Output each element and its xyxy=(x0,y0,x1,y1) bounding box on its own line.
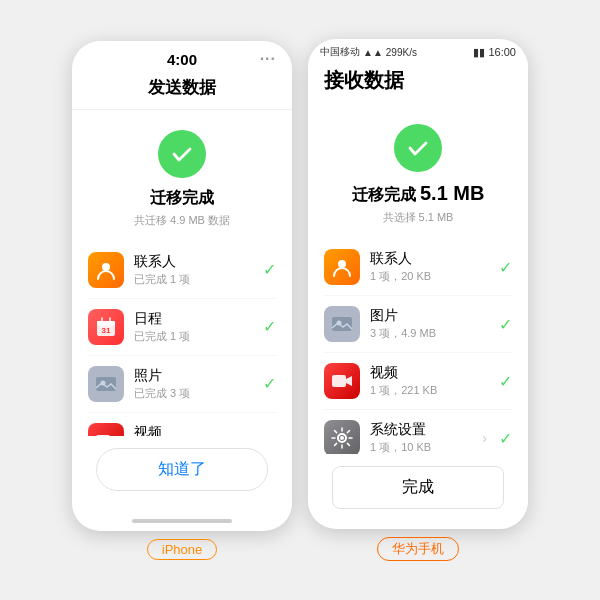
video-count: 1 项，221 KB xyxy=(370,383,489,398)
iphone-bottom-section: 知道了 xyxy=(72,436,292,511)
done-button[interactable]: 完成 xyxy=(332,466,504,509)
photos-check-icon: ✓ xyxy=(499,315,512,334)
video-name: 视频 xyxy=(134,424,253,436)
list-item: 系统设置 1 项，10 KB › ✓ xyxy=(324,410,512,454)
contacts-info: 联系人 1 项，20 KB xyxy=(370,250,489,284)
calendar-name: 日程 xyxy=(134,310,253,328)
know-button[interactable]: 知道了 xyxy=(96,448,268,491)
contacts-icon xyxy=(324,249,360,285)
huawei-status-left: 中国移动 ▲▲ 299K/s xyxy=(320,45,417,59)
settings-info: 系统设置 1 项，10 KB xyxy=(370,421,472,454)
video-info: 视频 1 项，221 KB xyxy=(370,364,489,398)
huawei-status-bar: 中国移动 ▲▲ 299K/s ▮▮ 16:00 xyxy=(308,39,528,63)
huawei-success-section: 迁移完成 5.1 MB 共选择 5.1 MB xyxy=(308,104,528,239)
huawei-success-size: 5.1 MB xyxy=(420,182,484,204)
contacts-name: 联系人 xyxy=(370,250,489,268)
contacts-count: 1 项，20 KB xyxy=(370,269,489,284)
iphone-label: iPhone xyxy=(147,539,217,560)
contacts-icon xyxy=(88,252,124,288)
wifi-icon: ▲▲ xyxy=(363,47,383,58)
iphone-time: 4:00 xyxy=(167,51,197,68)
video-icon xyxy=(88,423,124,436)
iphone-items-list: 联系人 已完成 1 项 ✓ 31 日程 xyxy=(72,242,292,436)
settings-count: 1 项，10 KB xyxy=(370,440,472,454)
list-item: 31 日程 已完成 1 项 ✓ xyxy=(88,299,276,356)
huawei-wrapper: 中国移动 ▲▲ 299K/s ▮▮ 16:00 接收数据 迁移完成 5.1 MB… xyxy=(308,39,528,561)
calendar-icon: 31 xyxy=(88,309,124,345)
video-icon xyxy=(324,363,360,399)
iphone-success-title: 迁移完成 xyxy=(150,188,214,209)
huawei-page-title: 接收数据 xyxy=(308,63,528,104)
photos-info: 图片 3 项，4.9 MB xyxy=(370,307,489,341)
huawei-bottom-section: 完成 xyxy=(308,454,528,529)
data-icon: 299K/s xyxy=(386,47,417,58)
huawei-success-sub: 共选择 5.1 MB xyxy=(383,210,454,225)
photos-name: 图片 xyxy=(370,307,489,325)
list-item: 视频 已完成 1 项 ✓ xyxy=(88,413,276,436)
iphone-dots: ··· xyxy=(260,50,276,68)
svg-point-0 xyxy=(102,263,110,271)
video-info: 视频 已完成 1 项 xyxy=(134,424,253,436)
calendar-count: 已完成 1 项 xyxy=(134,329,253,344)
iphone-success-sub: 共迁移 4.9 MB 数据 xyxy=(134,213,230,228)
iphone-status-bar: 4:00 ··· xyxy=(72,41,292,72)
contacts-info: 联系人 已完成 1 项 xyxy=(134,253,253,287)
photos-count: 已完成 3 项 xyxy=(134,386,253,401)
contacts-count: 已完成 1 项 xyxy=(134,272,253,287)
video-name: 视频 xyxy=(370,364,489,382)
svg-rect-10 xyxy=(332,317,352,331)
list-item: 视频 1 项，221 KB ✓ xyxy=(324,353,512,410)
battery-icon: ▮▮ 16:00 xyxy=(473,46,516,59)
photos-icon xyxy=(88,366,124,402)
iphone-page-title: 发送数据 xyxy=(72,72,292,110)
photos-icon xyxy=(324,306,360,342)
contacts-name: 联系人 xyxy=(134,253,253,271)
huawei-check-circle xyxy=(394,124,442,172)
signal-icon: 中国移动 xyxy=(320,45,360,59)
settings-check-icon: ✓ xyxy=(499,429,512,448)
settings-name: 系统设置 xyxy=(370,421,472,439)
list-item: 联系人 已完成 1 项 ✓ xyxy=(88,242,276,299)
photos-name: 照片 xyxy=(134,367,253,385)
iphone-wrapper: 4:00 ··· 发送数据 迁移完成 共迁移 4.9 MB 数据 xyxy=(72,41,292,560)
photos-check-icon: ✓ xyxy=(263,374,276,393)
svg-rect-12 xyxy=(332,375,346,387)
list-item: 照片 已完成 3 项 ✓ xyxy=(88,356,276,413)
svg-point-9 xyxy=(338,260,346,268)
photos-info: 照片 已完成 3 项 xyxy=(134,367,253,401)
contacts-check-icon: ✓ xyxy=(499,258,512,277)
iphone-success-section: 迁移完成 共迁移 4.9 MB 数据 xyxy=(72,110,292,242)
svg-rect-6 xyxy=(96,377,116,391)
huawei-screen: 中国移动 ▲▲ 299K/s ▮▮ 16:00 接收数据 迁移完成 5.1 MB… xyxy=(308,39,528,529)
calendar-info: 日程 已完成 1 项 xyxy=(134,310,253,344)
huawei-status-right: ▮▮ 16:00 xyxy=(473,46,516,59)
svg-point-14 xyxy=(340,436,344,440)
huawei-label: 华为手机 xyxy=(377,537,459,561)
iphone-home-indicator xyxy=(72,511,292,531)
contacts-check-icon: ✓ xyxy=(263,260,276,279)
calendar-check-icon: ✓ xyxy=(263,317,276,336)
list-item: 联系人 1 项，20 KB ✓ xyxy=(324,239,512,296)
svg-text:31: 31 xyxy=(102,326,111,335)
iphone-screen: 4:00 ··· 发送数据 迁移完成 共迁移 4.9 MB 数据 xyxy=(72,41,292,531)
huawei-success-title: 迁移完成 5.1 MB xyxy=(352,182,485,206)
iphone-check-circle xyxy=(158,130,206,178)
settings-chevron-icon: › xyxy=(482,430,487,446)
huawei-success-title-text: 迁移完成 xyxy=(352,186,416,203)
list-item: 图片 3 项，4.9 MB ✓ xyxy=(324,296,512,353)
video-check-icon: ✓ xyxy=(499,372,512,391)
settings-icon xyxy=(324,420,360,454)
photos-count: 3 项，4.9 MB xyxy=(370,326,489,341)
home-bar xyxy=(132,519,232,523)
huawei-items-list: 联系人 1 项，20 KB ✓ 图片 3 项，4.9 MB xyxy=(308,239,528,454)
